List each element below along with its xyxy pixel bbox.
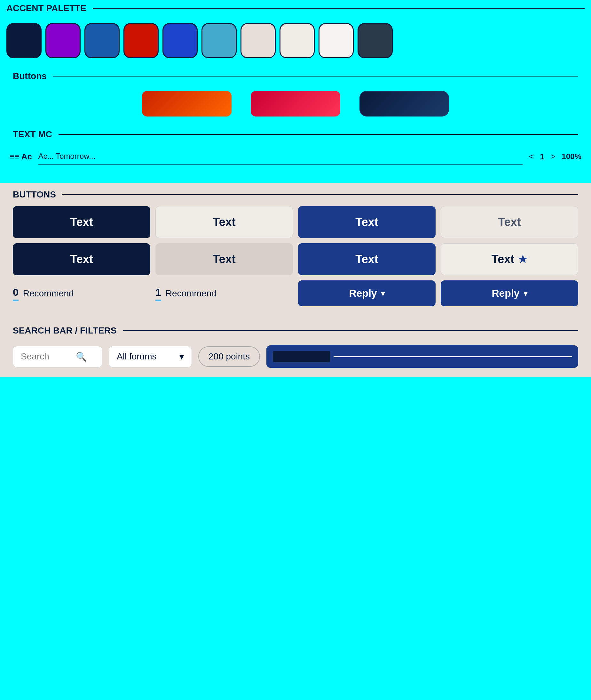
recommend-cell-0: 0 Recommend — [13, 283, 150, 304]
recommend-cell-1: 1 Recommend — [155, 283, 293, 304]
btn-light-text-2[interactable]: Text — [441, 206, 578, 238]
toolbar-nav-next[interactable]: > — [551, 152, 555, 161]
swatch-near-white[interactable] — [279, 23, 315, 58]
recommend-label-1: Recommend — [166, 288, 216, 299]
top-palette-line — [93, 8, 585, 9]
gradient-buttons-row — [51, 91, 540, 117]
reply-label-1: Reply — [349, 287, 377, 299]
buttons-section-divider: Buttons — [0, 71, 591, 81]
gradient-dark-navy-button[interactable] — [359, 91, 449, 117]
swatch-sky-blue[interactable] — [201, 23, 237, 58]
gradient-red-orange-button[interactable] — [142, 91, 232, 117]
btn-blue-text-1[interactable]: Text — [298, 206, 436, 238]
btn-dark-text-1[interactable]: Text — [13, 206, 150, 238]
swatch-red[interactable] — [123, 23, 158, 58]
top-palette-label: ACCENT PALETTE — [6, 3, 86, 13]
chevron-down-icon-1: ▾ — [381, 289, 385, 298]
dark-btn-bar-line — [334, 356, 572, 357]
recommend-count-1: 1 — [155, 286, 161, 300]
recommend-count-0: 0 — [13, 286, 18, 300]
text-section-label: TEXT MC — [13, 129, 52, 139]
toolbar-input[interactable] — [39, 149, 523, 165]
swatch-row — [6, 20, 585, 61]
button-grid-row2: Text Text Text Text ★ — [13, 243, 578, 275]
text-section-divider: TEXT MC — [0, 129, 591, 139]
search-icon: 🔍 — [76, 351, 87, 362]
spacer-1 — [0, 170, 591, 183]
swatch-white-ish[interactable] — [319, 23, 354, 58]
toolbar-zoom: 100% — [562, 152, 581, 161]
swatch-medium-blue[interactable] — [84, 23, 120, 58]
search-input[interactable] — [21, 351, 72, 362]
bottom-section-line — [123, 330, 578, 331]
btn-blue-text-2[interactable]: Text — [298, 243, 436, 275]
forum-select-label: All forums — [117, 351, 156, 362]
chevron-down-icon-forum: ▾ — [180, 351, 184, 362]
top-palette-section: ACCENT PALETTE — [0, 0, 591, 17]
color-swatches-section — [0, 17, 591, 65]
gradient-red-pink-button[interactable] — [251, 91, 340, 117]
swatch-light-beige[interactable] — [241, 23, 276, 58]
toolbar-section: ≡≡ Ac < 1 > 100% — [0, 143, 591, 170]
buttons-section-label: Buttons — [13, 71, 47, 81]
button-grid-row1: Text Text Text Text — [13, 206, 578, 238]
gradient-buttons-section — [0, 84, 591, 123]
grid-section-line — [62, 194, 578, 195]
reply-label-2: Reply — [491, 287, 519, 299]
points-badge: 200 points — [198, 346, 260, 367]
btn-light-text-1[interactable]: Text — [155, 206, 293, 238]
bottom-section-label: SEARCH BAR / FILTERS — [13, 326, 117, 336]
bottom-section: SEARCH BAR / FILTERS 🔍 All forums ▾ 200 … — [0, 319, 591, 377]
forum-select[interactable]: All forums ▾ — [109, 346, 192, 367]
dark-btn-bar[interactable] — [266, 345, 578, 368]
btn-white-star-text[interactable]: Text ★ — [441, 243, 578, 275]
grid-section-header: BUTTONS — [13, 189, 578, 200]
toolbar-nav-prev[interactable]: < — [529, 152, 533, 161]
reply-button-2[interactable]: Reply ▾ — [441, 280, 578, 306]
reply-button-1[interactable]: Reply ▾ — [298, 280, 436, 306]
swatch-dark-slate[interactable] — [357, 23, 393, 58]
toolbar-row: ≡≡ Ac < 1 > 100% — [6, 146, 585, 167]
swatch-purple[interactable] — [46, 23, 81, 58]
star-icon: ★ — [518, 253, 527, 265]
btn-dark-text-2[interactable]: Text — [13, 243, 150, 275]
buttons-divider-line — [53, 76, 578, 76]
buttons-grid-section: BUTTONS Text Text Text Text Text Text Te… — [0, 183, 591, 319]
swatch-bright-blue[interactable] — [162, 23, 198, 58]
grid-section-label: BUTTONS — [13, 189, 56, 200]
text-divider-line — [59, 134, 578, 135]
toolbar-page: 1 — [540, 152, 544, 162]
swatch-dark-navy[interactable] — [6, 23, 42, 58]
recommend-reply-row: 0 Recommend 1 Recommend Reply ▾ Reply ▾ — [13, 280, 578, 306]
points-label: 200 points — [208, 351, 250, 361]
search-box[interactable]: 🔍 — [13, 346, 102, 367]
recommend-label-0: Recommend — [23, 288, 74, 299]
toolbar-format-label: ≡≡ Ac — [10, 152, 32, 162]
search-bar-row: 🔍 All forums ▾ 200 points — [13, 342, 578, 371]
bottom-section-header: SEARCH BAR / FILTERS — [13, 326, 578, 336]
chevron-down-icon-2: ▾ — [524, 289, 527, 298]
btn-medium-text-1[interactable]: Text — [155, 243, 293, 275]
dark-btn-bar-inner — [273, 351, 330, 362]
